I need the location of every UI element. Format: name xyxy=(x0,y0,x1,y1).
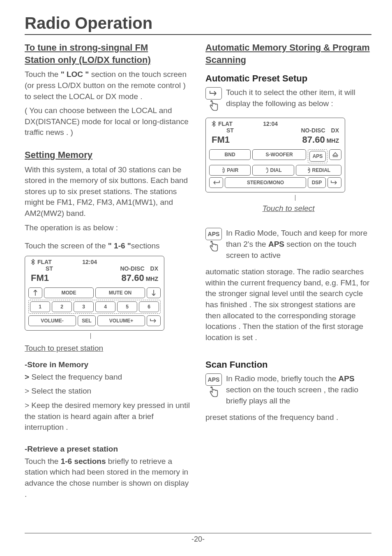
unit-label: MHZ xyxy=(146,276,158,282)
bluetooth-icon xyxy=(212,121,216,127)
hand-pointer-icon xyxy=(208,100,219,114)
time-label: 12:04 xyxy=(263,120,278,127)
caption-touch-select: Touch to select xyxy=(205,204,371,213)
caption-preset: Touch to preset station xyxy=(25,344,191,353)
right-column: Automatic Memory Storing & Program Scann… xyxy=(205,42,371,503)
mode-button[interactable]: MODE xyxy=(44,287,94,298)
store-step1: >> Select the frequency band Select the … xyxy=(25,372,191,383)
hand-pointer-icon xyxy=(208,387,219,400)
aps-icon[interactable]: APS xyxy=(205,373,222,386)
page-title: Radio Operation xyxy=(25,14,371,35)
dx-label: DX xyxy=(331,127,339,134)
nodisc-label: NO-DISC xyxy=(301,127,325,134)
dx-label: DX xyxy=(150,265,158,272)
flat-label: FLAT xyxy=(37,259,52,265)
swoofer-button[interactable]: S-WOOFER xyxy=(252,149,306,160)
lodx-para2: ( You can choose between the LOCAL and D… xyxy=(25,105,191,138)
next-page-button[interactable] xyxy=(327,177,341,188)
volume-up-button[interactable]: VOLUME+ xyxy=(97,315,145,326)
next-page-icon[interactable] xyxy=(205,87,222,100)
seek-down-button[interactable] xyxy=(28,287,42,298)
unit-label: MHZ xyxy=(327,137,339,144)
heading-lodx: To tune in strong-singnal FM Station onl… xyxy=(25,42,191,66)
aps-para2: automatic station storage. The radio sea… xyxy=(205,266,371,343)
aps-para1: In Radio Mode, Touch and keep for more t… xyxy=(226,228,371,261)
st-label: ST xyxy=(46,265,53,272)
mute-on-button[interactable]: MUTE ON xyxy=(95,287,145,298)
heading-lodx-line1: To tune in strong-singnal FM xyxy=(25,42,148,53)
aps-button[interactable]: APS xyxy=(309,151,326,162)
page-number: -20- xyxy=(25,533,371,544)
lodx-para1: Touch the " LOC " section on the touch s… xyxy=(25,69,191,102)
pointer-line xyxy=(90,333,91,339)
dial-button[interactable]: DIAL xyxy=(252,165,294,176)
aps-bold: APS xyxy=(268,240,284,248)
st-label: ST xyxy=(226,127,234,134)
freq-label: 87.60 xyxy=(302,134,325,145)
heading-auto-memory: Automatic Memory Storing & Program Scann… xyxy=(205,42,371,66)
loc-bold: " LOC " xyxy=(61,70,89,79)
store-subheading: -Store in Memory xyxy=(25,360,191,369)
hand-pointer-icon xyxy=(208,241,219,254)
heading-setting-memory: Setting Memory xyxy=(25,149,191,161)
retrieve-para: Touch the 1-6 sections briefly to retrie… xyxy=(25,456,191,500)
eject-button[interactable] xyxy=(329,149,341,160)
seek-up-button[interactable] xyxy=(147,287,161,298)
aps-icon[interactable]: APS xyxy=(205,228,222,240)
preset-4-button[interactable]: 4 xyxy=(95,301,115,312)
preset-1-button[interactable]: 1 xyxy=(30,301,50,312)
dsp-button[interactable]: DSP xyxy=(308,177,326,188)
scan-para1: In Radio mode, briefly touch the APS sec… xyxy=(226,373,371,406)
preset-3-button[interactable]: 3 xyxy=(74,301,94,312)
aps-bold: APS xyxy=(339,374,355,383)
aps-group: APS xyxy=(308,149,327,163)
store-step3: > Keep the desired memory key pressed in… xyxy=(25,400,191,433)
nodisc-label: NO-DISC xyxy=(120,265,144,272)
one-six-bold: " 1-6 " xyxy=(108,241,131,250)
redial-button[interactable]: REDIAL xyxy=(296,165,341,176)
band-label: FM1 xyxy=(31,273,49,283)
radio-panel-options: FLAT 12:04 ST NO-DISC DX FM1 87.60 MHZ B… xyxy=(205,118,345,192)
memory-para3: Touch the screen of the " 1-6 "sections xyxy=(25,241,191,252)
one-six-sections-bold: 1-6 sections xyxy=(61,457,106,466)
heading-auto-preset: Automatic Preset Setup xyxy=(205,73,371,84)
time-label: 12:04 xyxy=(82,259,97,265)
retrieve-subheading: -Retrieve a preset station xyxy=(25,445,191,454)
memory-para2: The operation is as below : xyxy=(25,222,191,234)
freq-label: 87.60 xyxy=(122,273,144,283)
bluetooth-icon xyxy=(31,259,35,265)
preset-6-button[interactable]: 6 xyxy=(139,301,159,312)
next-page-button[interactable] xyxy=(147,315,161,326)
pointer-line xyxy=(295,195,295,201)
enter-button[interactable] xyxy=(209,177,223,188)
memory-para1: With this system, a total of 30 stations… xyxy=(25,164,191,219)
scan-para2: preset stations of the frequency band . xyxy=(205,412,371,423)
band-label: FM1 xyxy=(212,134,230,145)
radio-panel-presets: FLAT 12:04 ST NO-DISC DX FM1 87.60 MHZ M… xyxy=(25,256,164,331)
heading-scan-function: Scan Function xyxy=(205,359,371,370)
stereo-mono-button[interactable]: STEREO/MONO xyxy=(225,177,306,188)
sel-button[interactable]: SEL xyxy=(78,315,96,326)
auto-preset-intro: Touch it to select the other item, it wi… xyxy=(226,87,371,109)
left-column: To tune in strong-singnal FM Station onl… xyxy=(25,42,191,503)
bnd-button[interactable]: BND xyxy=(209,149,251,160)
preset-group: 1 2 3 4 5 6 xyxy=(28,300,161,314)
flat-label: FLAT xyxy=(218,120,233,127)
preset-5-button[interactable]: 5 xyxy=(117,301,137,312)
pair-button[interactable]: PAIR xyxy=(209,165,251,176)
svg-point-0 xyxy=(266,169,267,169)
store-step2: > Select the station xyxy=(25,386,191,397)
preset-2-button[interactable]: 2 xyxy=(52,301,72,312)
volume-down-button[interactable]: VOLUME- xyxy=(28,315,76,326)
heading-lodx-line2: Station only (LO/DX function) xyxy=(25,55,151,65)
